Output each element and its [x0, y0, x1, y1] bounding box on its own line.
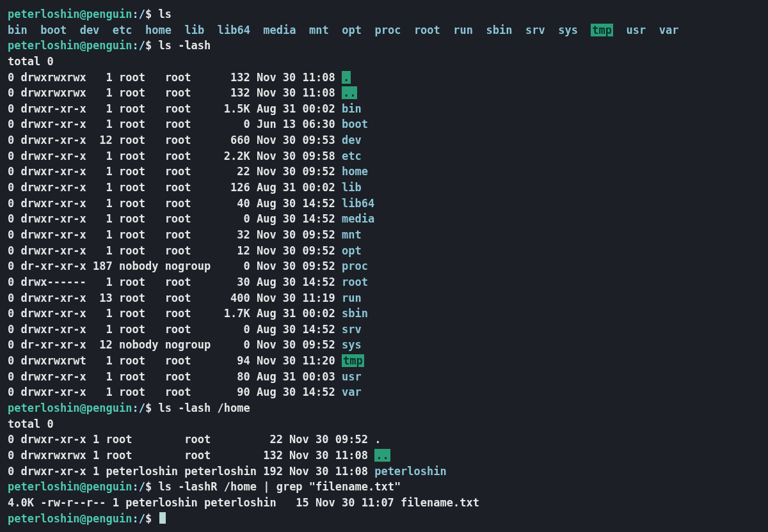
list-row: 0 drwxr-xr-x 1 root root 1.5K Aug 31 00:…	[8, 102, 342, 115]
ls-dir-home: home	[145, 24, 172, 36]
ls-dir-run: run	[453, 24, 473, 36]
command-ls-lash-home: ls -lash /home	[158, 402, 250, 414]
ls-dir-tmp: tmp	[591, 24, 613, 36]
listing-row: 0 drwxrwxrwx 1 root root 132 Nov 30 11:0…	[8, 448, 760, 464]
listing-row: 0 drwxr-xr-x 1 root root 0 Aug 30 14:52 …	[8, 211, 760, 227]
prompt-path: :/	[132, 39, 145, 52]
prompt-user: peterloshin@penguin	[8, 512, 132, 525]
prompt-symbol: $	[145, 39, 158, 52]
ls-dir-opt: opt	[342, 24, 362, 36]
listing-row: 0 drwxr-xr-x 1 peterloshin peterloshin 1…	[8, 464, 760, 480]
file-name: bin	[342, 102, 362, 115]
listing-row: 0 drwxrwxrwt 1 root root 94 Nov 30 11:20…	[8, 353, 760, 369]
file-name: tmp	[342, 354, 364, 367]
prompt-line: peterloshin@penguin:/$ ls -lash /home	[8, 400, 760, 416]
list-row: 0 drwxr-xr-x 1 peterloshin peterloshin 1…	[8, 465, 374, 478]
ls-dir-var: var	[659, 24, 679, 36]
listing-row: 0 drwxr-xr-x 1 root root 1.7K Aug 31 00:…	[8, 306, 760, 322]
file-name: root	[342, 276, 368, 288]
list-row: 0 drwxr-xr-x 1 root root 1.7K Aug 31 00:…	[8, 307, 342, 320]
listing-row: 0 drwxr-xr-x 1 root root 32 Nov 30 09:52…	[8, 227, 760, 243]
file-name: dev	[342, 134, 362, 146]
ls-dir-etc: etc	[113, 24, 132, 36]
prompt-user: peterloshin@penguin	[8, 402, 132, 414]
prompt-user: peterloshin@penguin	[8, 480, 132, 493]
file-name: lib64	[342, 197, 374, 210]
list-row: 0 drwxrwxrwx 1 root root 132 Nov 30 11:0…	[8, 449, 374, 462]
list-row: 0 drwxr-xr-x 1 root root 0 Jun 13 06:30	[8, 118, 342, 130]
ls-dir-usr: usr	[627, 24, 646, 36]
listing-row: 0 dr-xr-xr-x 187 nobody nogroup 0 Nov 30…	[8, 258, 760, 274]
listing-row: 0 drwxr-xr-x 1 root root 12 Nov 30 09:52…	[8, 243, 760, 259]
file-name: opt	[342, 244, 362, 257]
list-row: 0 drwxr-xr-x 1 root root 22 Nov 30 09:52	[8, 165, 342, 178]
prompt-user: peterloshin@penguin	[8, 8, 132, 20]
prompt-path: :/	[132, 402, 145, 414]
file-name: ..	[374, 449, 390, 462]
ls-dir-sys: sys	[558, 24, 578, 36]
list-row: 0 drwxr-xr-x 1 root root 0 Aug 30 14:52	[8, 212, 342, 225]
ls-output: bin boot dev etc home lib lib64 media mn…	[8, 22, 760, 38]
file-name: sbin	[342, 307, 368, 320]
file-name: ..	[342, 86, 357, 99]
ls-dir-dev: dev	[80, 24, 100, 36]
listing-row: 0 drwxr-xr-x 12 root root 660 Nov 30 09:…	[8, 132, 760, 148]
file-name: sys	[342, 338, 362, 351]
listing-row: 0 drwxrwxrwx 1 root root 132 Nov 30 11:0…	[8, 70, 760, 86]
listing-row: 0 drwxr-xr-x 1 root root 0 Jun 13 06:30 …	[8, 116, 760, 132]
list-row: 0 drwxr-xr-x 1 root root 0 Aug 30 14:52	[8, 323, 342, 336]
listing-row: 0 drwx------ 1 root root 30 Aug 30 14:52…	[8, 274, 760, 290]
list-row: 0 drwxr-xr-x 12 root root 660 Nov 30 09:…	[8, 134, 342, 146]
listing-row: 0 drwxr-xr-x 1 root root 22 Nov 30 09:52…	[8, 432, 760, 448]
list-row: 0 drwxr-xr-x 1 root root 40 Aug 30 14:52	[8, 197, 342, 210]
total-line: total 0	[8, 418, 54, 430]
listing-row: 0 drwxr-xr-x 1 root root 40 Aug 30 14:52…	[8, 196, 760, 212]
prompt-symbol: $	[145, 402, 158, 414]
file-name: mnt	[342, 228, 362, 241]
prompt-symbol: $	[145, 512, 158, 525]
list-row: 0 drwxrwxrwt 1 root root 94 Nov 30 11:20	[8, 354, 342, 367]
listing-row: 0 drwxr-xr-x 1 root root 1.5K Aug 31 00:…	[8, 101, 760, 117]
file-name: srv	[342, 323, 362, 336]
command-ls-lash: ls -lash	[158, 39, 211, 52]
prompt-line: peterloshin@penguin:/$ ls -lashR /home |…	[8, 479, 760, 495]
ls-dir-boot: boot	[40, 24, 67, 36]
listing-row: 0 drwxr-xr-x 1 root root 126 Aug 31 00:0…	[8, 180, 760, 196]
file-name: run	[342, 292, 362, 304]
list-row: 0 dr-xr-xr-x 187 nobody nogroup 0 Nov 30…	[8, 260, 342, 272]
total-line: total 0	[8, 55, 54, 68]
ls-dir-mnt: mnt	[309, 24, 329, 36]
command-grep: ls -lashR /home | grep "filename.txt"	[158, 480, 401, 493]
ls-dir-bin: bin	[8, 24, 28, 36]
grep-output: 4.0K -rw-r--r-- 1 peterloshin peterloshi…	[8, 496, 479, 509]
cursor[interactable]	[159, 512, 166, 524]
listing-row: 0 drwxr-xr-x 1 root root 0 Aug 30 14:52 …	[8, 322, 760, 338]
file-name: lib	[342, 181, 362, 194]
prompt-line: peterloshin@penguin:/$	[8, 511, 760, 527]
ls-dir-media: media	[263, 24, 296, 36]
prompt-line: peterloshin@penguin:/$ ls	[8, 6, 760, 22]
file-name: peterloshin	[374, 465, 447, 478]
listing-row: 0 drwxr-xr-x 1 root root 22 Nov 30 09:52…	[8, 164, 760, 180]
list-row: 0 drwxr-xr-x 1 root root 32 Nov 30 09:52	[8, 228, 342, 241]
terminal[interactable]: peterloshin@penguin:/$ lsbin boot dev et…	[0, 0, 768, 532]
list-row: 0 drwx------ 1 root root 30 Aug 30 14:52	[8, 276, 342, 288]
list-row: 0 drwxr-xr-x 1 root root 12 Nov 30 09:52	[8, 244, 342, 257]
listing-row: 0 drwxr-xr-x 13 root root 400 Nov 30 11:…	[8, 290, 760, 306]
prompt-path: :/	[132, 8, 145, 20]
file-name: media	[342, 212, 374, 225]
file-name: .	[342, 71, 351, 84]
file-name: home	[342, 165, 368, 178]
ls-dir-srv: srv	[525, 24, 545, 36]
file-name: var	[342, 386, 362, 398]
listing-row: 0 dr-xr-xr-x 12 nobody nogroup 0 Nov 30 …	[8, 337, 760, 353]
prompt-symbol: $	[145, 8, 158, 20]
list-row: 0 dr-xr-xr-x 12 nobody nogroup 0 Nov 30 …	[8, 338, 342, 351]
prompt-symbol: $	[145, 480, 158, 493]
prompt-path: :/	[132, 480, 145, 493]
ls-dir-root: root	[414, 24, 440, 36]
list-row: 0 drwxr-xr-x 1 root root 126 Aug 31 00:0…	[8, 181, 342, 194]
listing-row: 0 drwxr-xr-x 1 root root 80 Aug 31 00:03…	[8, 369, 760, 385]
list-row: 0 drwxr-xr-x 13 root root 400 Nov 30 11:…	[8, 292, 342, 304]
listing-row: 0 drwxr-xr-x 1 root root 2.2K Nov 30 09:…	[8, 148, 760, 164]
